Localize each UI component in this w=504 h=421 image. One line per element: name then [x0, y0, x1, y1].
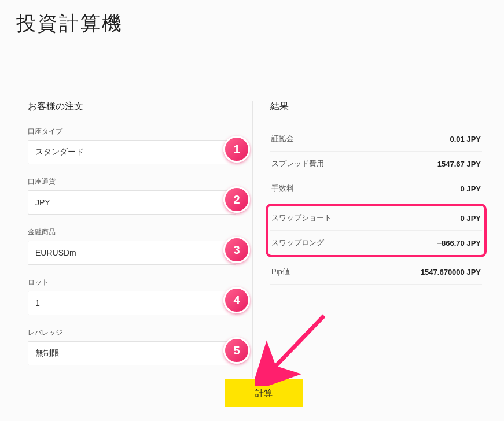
result-value: −866.70 JPY: [437, 239, 481, 248]
result-value: 0 JPY: [461, 214, 481, 223]
results-heading: 結果: [270, 101, 482, 113]
select-account-currency[interactable]: JPY: [28, 190, 236, 215]
result-row-pip: Pip値 1547.670000 JPY: [270, 260, 482, 285]
annotation-badge-3: 3: [223, 237, 250, 263]
calculate-button[interactable]: 計算: [225, 379, 303, 407]
field-lot: ロット 1 4: [28, 278, 236, 315]
swap-highlight-box: スワップショート 0 JPY スワップロング −866.70 JPY: [266, 204, 487, 257]
field-account-currency: 口座通貨 JPY 2: [28, 177, 236, 215]
annotation-badge-2: 2: [223, 186, 250, 213]
results-panel: 結果 証拠金 0.01 JPY スプレッド費用 1547.67 JPY 手数料 …: [252, 101, 488, 378]
result-value: 1547.67 JPY: [437, 160, 481, 168]
annotation-badge-5: 5: [223, 337, 250, 364]
annotation-badge-4: 4: [223, 287, 250, 313]
select-account-type[interactable]: スタンダード: [28, 140, 236, 164]
field-instrument: 金融商品 EURUSDm 3: [28, 227, 236, 265]
result-row-swap-short: スワップショート 0 JPY: [270, 206, 482, 231]
label-lot: ロット: [28, 278, 236, 287]
label-account-type: 口座タイプ: [28, 127, 236, 136]
form-heading: お客様の注文: [28, 101, 236, 113]
page-title: 投資計算機: [16, 10, 488, 37]
result-row-swap-long: スワップロング −866.70 JPY: [270, 231, 482, 255]
result-label: スワップショート: [271, 213, 332, 223]
label-instrument: 金融商品: [28, 227, 236, 237]
field-leverage: レバレッジ 無制限 5: [28, 328, 236, 365]
label-account-currency: 口座通貨: [28, 177, 236, 187]
result-label: スワップロング: [271, 238, 324, 248]
field-account-type: 口座タイプ スタンダード 1: [28, 127, 236, 164]
select-lot[interactable]: 1: [28, 291, 236, 315]
result-label: Pip値: [271, 267, 290, 277]
result-row-margin: 証拠金 0.01 JPY: [270, 127, 482, 152]
annotation-badge-1: 1: [223, 136, 250, 163]
result-row-commission: 手数料 0 JPY: [270, 176, 482, 201]
result-label: 証拠金: [271, 134, 294, 144]
result-row-spread: スプレッド費用 1547.67 JPY: [270, 152, 482, 176]
result-label: スプレッド費用: [271, 158, 324, 169]
result-value: 0 JPY: [461, 184, 481, 193]
select-instrument[interactable]: EURUSDm: [28, 241, 236, 265]
select-leverage[interactable]: 無制限: [28, 341, 236, 365]
order-form: お客様の注文 口座タイプ スタンダード 1 口座通貨 JPY 2 金融商品: [16, 101, 236, 378]
label-leverage: レバレッジ: [28, 328, 236, 338]
result-value: 1547.670000 JPY: [421, 268, 481, 276]
result-value: 0.01 JPY: [450, 135, 481, 143]
result-label: 手数料: [271, 183, 294, 194]
